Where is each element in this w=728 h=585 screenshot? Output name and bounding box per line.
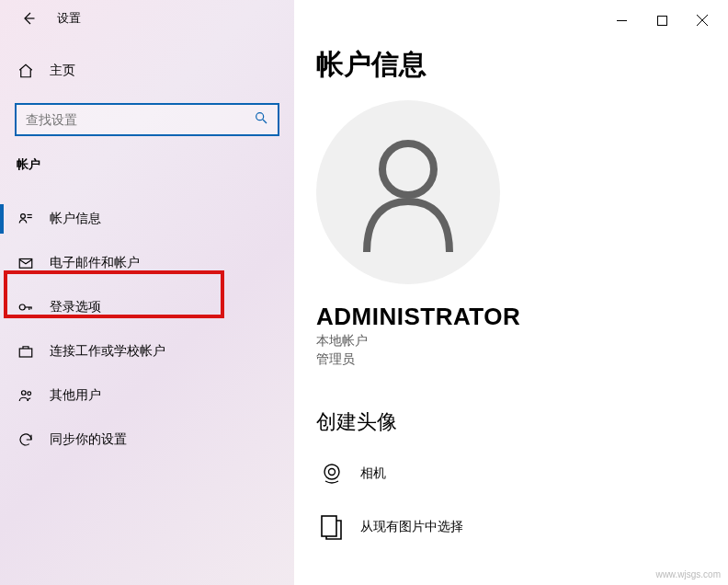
window-controls [612, 0, 728, 29]
home-icon [17, 62, 35, 80]
svg-line-2 [263, 120, 267, 123]
browse-icon [316, 511, 347, 543]
option-label: 相机 [360, 465, 386, 482]
person-card-icon [17, 210, 35, 228]
option-browse[interactable]: 从现有图片中选择 [316, 511, 721, 543]
svg-rect-11 [19, 349, 32, 357]
back-arrow-icon [19, 10, 36, 27]
close-button[interactable] [693, 11, 711, 29]
option-camera[interactable]: 相机 [316, 458, 721, 489]
key-icon [17, 298, 35, 316]
watermark: www.wjsgs.com [655, 569, 721, 579]
sidebar-item-label: 主页 [50, 63, 75, 79]
sidebar-item-signin-options[interactable]: 登录选项 [0, 285, 294, 329]
svg-point-18 [382, 143, 434, 195]
avatar [316, 100, 500, 284]
sidebar-item-label: 帐户信息 [50, 211, 101, 227]
mail-icon [17, 254, 35, 272]
search-box[interactable] [15, 103, 279, 136]
svg-point-12 [22, 391, 27, 396]
sidebar-section-label: 帐户 [0, 156, 294, 173]
sync-icon [17, 430, 35, 449]
sidebar-item-sync[interactable]: 同步你的设置 [0, 418, 294, 462]
option-label: 从现有图片中选择 [360, 519, 463, 535]
svg-point-13 [28, 392, 31, 396]
minimize-button[interactable] [612, 11, 631, 29]
username: ADMINISTRATOR [316, 303, 721, 331]
search-input[interactable] [26, 112, 254, 127]
svg-rect-15 [657, 16, 666, 25]
account-type: 本地帐户 [316, 333, 721, 350]
account-role: 管理员 [316, 351, 721, 368]
maximize-icon [657, 16, 667, 26]
maximize-button[interactable] [653, 11, 671, 29]
sidebar-item-other-users[interactable]: 其他用户 [0, 373, 294, 418]
sidebar-item-email-accounts[interactable]: 电子邮件和帐户 [0, 241, 294, 285]
sidebar-item-work-school[interactable]: 连接工作或学校帐户 [0, 329, 294, 373]
user-silhouette-icon [353, 132, 463, 252]
nav-list: 帐户信息 电子邮件和帐户 登录选项 [0, 197, 294, 462]
main-content: 帐户信息 ADMINISTRATOR 本地帐户 管理员 创建头像 相机 从现有图… [316, 46, 721, 585]
svg-point-1 [256, 113, 264, 120]
sidebar-item-label: 同步你的设置 [50, 431, 127, 448]
back-button[interactable] [15, 6, 40, 31]
people-icon [17, 386, 35, 405]
sidebar-item-label: 电子邮件和帐户 [50, 255, 140, 271]
svg-point-3 [21, 214, 26, 219]
briefcase-icon [17, 342, 35, 361]
search-icon[interactable] [254, 110, 268, 129]
sidebar-item-label: 连接工作或学校帐户 [50, 343, 165, 360]
sidebar: 设置 主页 帐户 [0, 0, 294, 585]
sidebar-item-home[interactable]: 主页 [0, 52, 294, 90]
svg-rect-21 [322, 516, 336, 536]
app-title: 设置 [57, 10, 81, 27]
page-title: 帐户信息 [316, 46, 721, 84]
minimize-icon [617, 16, 627, 26]
close-icon [697, 15, 708, 26]
sidebar-item-your-info[interactable]: 帐户信息 [0, 197, 294, 241]
sidebar-item-label: 其他用户 [50, 387, 101, 404]
title-bar: 设置 [0, 0, 294, 37]
svg-point-19 [324, 465, 339, 479]
sidebar-item-label: 登录选项 [50, 299, 101, 315]
create-avatar-title: 创建头像 [316, 408, 721, 436]
camera-icon [316, 458, 347, 489]
svg-point-20 [329, 469, 336, 476]
svg-point-7 [19, 304, 25, 310]
